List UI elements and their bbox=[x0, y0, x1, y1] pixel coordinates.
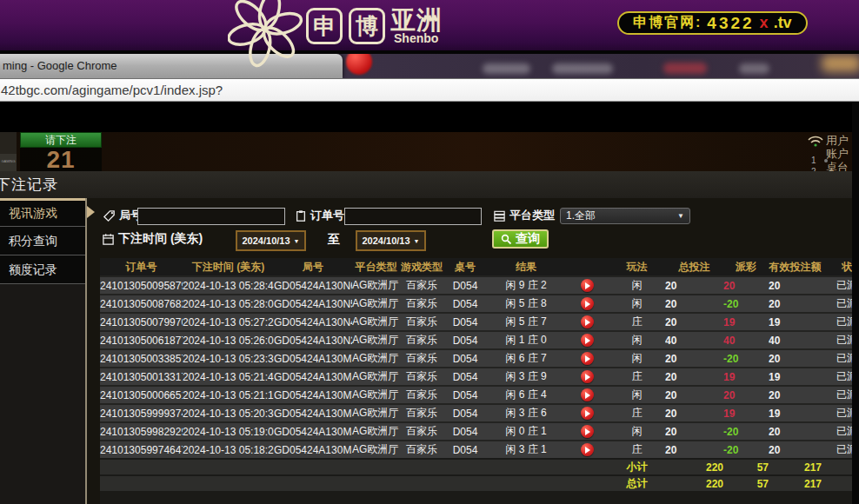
table-header-row: 订单号 下注时间 (美东) 局号 平台类型 游戏类型 桌号 结果 玩法 总投注 … bbox=[100, 258, 854, 276]
cell-total-bet: 20 bbox=[665, 404, 723, 422]
search-button[interactable]: 查询 bbox=[492, 229, 549, 249]
play-video-icon[interactable] bbox=[581, 388, 594, 401]
total-valid: 217 bbox=[769, 475, 822, 491]
cell-table-number: D054 bbox=[443, 404, 487, 422]
cell-game-type: 百家乐 bbox=[400, 441, 443, 459]
chevron-down-icon: ▼ bbox=[677, 212, 689, 220]
play-video-icon[interactable] bbox=[581, 443, 594, 456]
cell-video bbox=[565, 331, 609, 349]
subtotal-bet: 220 bbox=[665, 459, 723, 475]
to-label: 至 bbox=[328, 232, 340, 248]
table-row: 241013050013317 2024-10-13 05:21:47 GD05… bbox=[100, 368, 854, 386]
platform-type-select[interactable]: 1.全部 ▼ bbox=[560, 208, 690, 224]
cell-game-type: 百家乐 bbox=[400, 276, 443, 295]
blurred-menu-item bbox=[552, 63, 613, 74]
cell-order-number: 241013050013317 bbox=[100, 368, 183, 386]
search-button-label: 查询 bbox=[516, 231, 540, 247]
cell-video bbox=[565, 313, 609, 331]
cell-payout: 40 bbox=[723, 331, 769, 349]
cell-valid-bet: 20 bbox=[769, 422, 822, 441]
cell-status: 已派彩 bbox=[822, 404, 854, 422]
cell-result: 闲 3 庄 1 bbox=[487, 441, 565, 459]
col-header-bet: 总投注 bbox=[665, 258, 723, 276]
round-number-label-group: 局号 bbox=[103, 208, 142, 223]
cell-result: 闲 0 庄 1 bbox=[487, 422, 565, 441]
cell-table-number: D054 bbox=[443, 368, 487, 386]
page-title: 下注记录 bbox=[0, 171, 859, 198]
order-number-label-group: 订单号 bbox=[295, 208, 344, 223]
official-site-x: x bbox=[760, 14, 769, 32]
cell-play-type: 庄 bbox=[609, 441, 665, 459]
cell-platform: AG欧洲厅 bbox=[352, 404, 400, 422]
cell-status: 已派彩 bbox=[822, 368, 854, 386]
play-video-icon[interactable] bbox=[581, 407, 594, 420]
sidebar: 视讯游戏 积分查询 额度记录 bbox=[0, 198, 85, 504]
play-video-icon[interactable] bbox=[581, 352, 594, 365]
chrome-titlebar: ming - Google Chrome bbox=[0, 54, 859, 78]
cell-table-number: D054 bbox=[443, 331, 487, 349]
cell-table-number: D054 bbox=[443, 422, 487, 441]
cell-valid-bet: 20 bbox=[769, 441, 822, 459]
cell-round-number: GD05424A130MY bbox=[274, 349, 352, 368]
cell-play-type: 闲 bbox=[609, 331, 665, 349]
play-video-icon[interactable] bbox=[581, 334, 594, 347]
play-video-icon[interactable] bbox=[581, 425, 594, 438]
table-row: 241013059974647 2024-10-13 05:18:27 GD05… bbox=[100, 441, 854, 459]
play-video-icon[interactable] bbox=[581, 279, 594, 292]
cell-round-number: GD05424A130N5 bbox=[274, 295, 352, 313]
subtotal-valid: 217 bbox=[769, 459, 822, 475]
date-from-picker[interactable]: 2024/10/13 ▼ bbox=[236, 230, 306, 251]
cell-platform: AG欧洲厅 bbox=[352, 422, 400, 441]
cell-order-number: 241013050061877 bbox=[100, 331, 183, 349]
cell-video bbox=[565, 422, 609, 441]
cell-round-number: GD05424A130MS bbox=[274, 422, 352, 441]
order-number-input[interactable] bbox=[344, 208, 482, 225]
cell-result: 闲 1 庄 0 bbox=[487, 331, 565, 349]
official-site-pill[interactable]: 申博官网: 4322x.tv bbox=[617, 11, 808, 35]
play-video-icon[interactable] bbox=[581, 315, 594, 328]
cell-status: 已派彩 bbox=[822, 441, 854, 459]
cell-platform: AG欧洲厅 bbox=[352, 295, 400, 313]
cell-play-type: 庄 bbox=[609, 313, 665, 331]
total-label: 总计 bbox=[609, 475, 665, 491]
cell-valid-bet: 19 bbox=[769, 368, 822, 386]
play-video-icon[interactable] bbox=[581, 297, 594, 310]
cell-platform: AG欧洲厅 bbox=[352, 368, 400, 386]
cell-play-type: 庄 bbox=[609, 368, 665, 386]
sidebar-item-video-games[interactable]: 视讯游戏 bbox=[0, 198, 85, 227]
cell-total-bet: 20 bbox=[665, 313, 723, 331]
cell-bet-time: 2024-10-13 05:18:27 bbox=[183, 441, 274, 459]
cell-video bbox=[565, 368, 609, 386]
sidebar-item-credit-records[interactable]: 额度记录 bbox=[0, 255, 85, 284]
cell-play-type: 闲 bbox=[609, 422, 665, 441]
sidebar-item-points-query[interactable]: 积分查询 bbox=[0, 227, 85, 255]
date-to-picker[interactable]: 2024/10/13 ▼ bbox=[356, 230, 426, 251]
col-header-payout: 派彩 bbox=[723, 258, 769, 276]
logo-region-subtext: Shenbo bbox=[394, 31, 438, 45]
cell-result: 闲 3 庄 6 bbox=[487, 404, 565, 422]
round-number-input[interactable] bbox=[137, 208, 285, 225]
cell-play-type: 闲 bbox=[609, 295, 665, 313]
subtotal-payout: 57 bbox=[723, 459, 769, 475]
cell-platform: AG欧洲厅 bbox=[352, 441, 400, 459]
play-video-icon[interactable] bbox=[581, 370, 594, 383]
address-bar[interactable]: 42tbgc.com/agingame/pcv1/index.jsp? bbox=[0, 78, 859, 102]
cell-order-number: 241013050095879 bbox=[100, 276, 183, 295]
game-table-strip: GAMING 请下注 21 用户 账户 桌台 1 2 bbox=[0, 132, 859, 171]
chevron-down-icon: ▼ bbox=[294, 238, 300, 244]
table-row: 241013059999374 2024-10-13 05:20:36 GD05… bbox=[100, 404, 854, 422]
page-background-gap bbox=[0, 102, 859, 132]
subtotal-row: 小计 220 57 217 bbox=[100, 459, 854, 475]
platform-type-label-group: 平台类型 bbox=[493, 208, 555, 223]
cell-result: 闲 5 庄 7 bbox=[487, 313, 565, 331]
cell-payout: -20 bbox=[723, 349, 769, 368]
cell-total-bet: 20 bbox=[665, 368, 723, 386]
cell-table-number: D054 bbox=[443, 349, 487, 368]
cell-table-number: D054 bbox=[443, 386, 487, 404]
records-table-container: 订单号 下注时间 (美东) 局号 平台类型 游戏类型 桌号 结果 玩法 总投注 … bbox=[100, 258, 854, 504]
table-row: 241013050033857 2024-10-13 05:23:33 GD05… bbox=[100, 349, 854, 368]
cell-video bbox=[565, 349, 609, 368]
cell-bet-time: 2024-10-13 05:27:28 bbox=[183, 313, 274, 331]
col-header-platform: 平台类型 bbox=[352, 258, 400, 276]
cell-status: 已派彩 bbox=[822, 349, 854, 368]
